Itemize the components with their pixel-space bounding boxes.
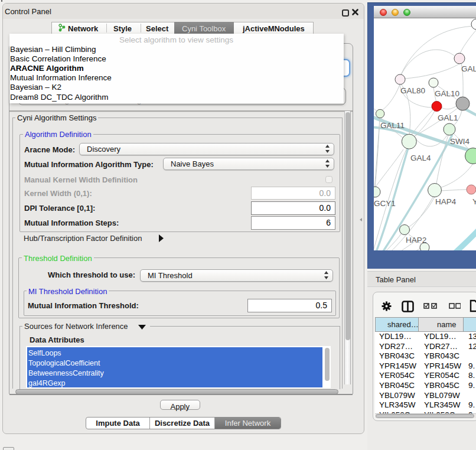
svg-text:HAP2: HAP2 — [406, 236, 426, 244]
svg-text:Y: Y — [472, 197, 476, 206]
svg-text:GAL1: GAL1 — [438, 113, 458, 122]
svg-text:GAL11: GAL11 — [380, 121, 405, 130]
svg-text:GAL7: GAL7 — [461, 64, 476, 73]
svg-text:GCY1: GCY1 — [374, 199, 396, 208]
svg-text:HAP4: HAP4 — [435, 197, 457, 206]
svg-text:GAL4: GAL4 — [410, 154, 431, 162]
svg-text:GAL10: GAL10 — [435, 89, 459, 98]
svg-text:GAL80: GAL80 — [400, 86, 425, 95]
svg-text:SWI4: SWI4 — [450, 137, 470, 146]
